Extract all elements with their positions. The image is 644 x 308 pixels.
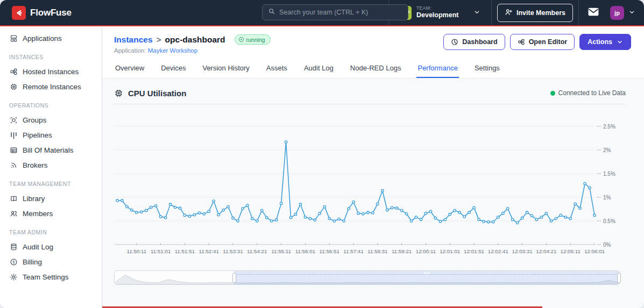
- sidebar-item-brokers[interactable]: Brokers: [0, 157, 102, 173]
- breadcrumb-separator: >: [157, 35, 161, 45]
- svg-text:11:56:01: 11:56:01: [295, 248, 315, 254]
- team-search[interactable]: [262, 4, 408, 20]
- sidebar: Applications INSTANCES Hosted Instances …: [0, 26, 102, 308]
- instance-tabs: Overview Devices Version History Assets …: [114, 61, 631, 78]
- svg-text:0.5%: 0.5%: [603, 218, 615, 224]
- sidebar-item-members[interactable]: Members: [0, 206, 102, 221]
- search-icon: [268, 8, 275, 17]
- open-editor-button[interactable]: Open Editor: [510, 34, 575, 50]
- sidebar-item-label: Members: [23, 210, 53, 218]
- database-icon: [9, 242, 18, 251]
- pipelines-icon: [9, 131, 18, 139]
- svg-text:1.5%: 1.5%: [603, 171, 615, 177]
- svg-text:0%: 0%: [603, 242, 611, 248]
- status-badge-label: running: [246, 37, 265, 43]
- applications-icon: [9, 34, 18, 42]
- navbar-divider: [491, 0, 492, 25]
- svg-text:11:54:21: 11:54:21: [247, 248, 267, 254]
- sidebar-item-bill-of-materials[interactable]: Bill Of Materials: [0, 142, 102, 157]
- navbar-divider: [578, 0, 579, 25]
- sidebar-section-team-management: TEAM MANAGEMENT: [0, 173, 102, 191]
- sidebar-item-groups[interactable]: Groups: [0, 112, 102, 127]
- status-badge: running: [235, 34, 271, 45]
- sidebar-item-remote-instances[interactable]: Remote Instances: [0, 79, 102, 94]
- brush-handle-right[interactable]: [617, 273, 621, 283]
- notifications-button[interactable]: [584, 7, 603, 18]
- tab-assets[interactable]: Assets: [265, 61, 288, 78]
- cpu-utilisation-chart[interactable]: 0%0.5%1%1.5%2%2.5%11:50:1111:51:0111:51:…: [114, 109, 625, 257]
- dollar-circle-icon: $: [9, 257, 18, 266]
- actions-button-label: Actions: [588, 38, 612, 46]
- chart-header: CPU Utilisation Connected to Live Data: [114, 85, 626, 101]
- person-plus-icon: [505, 8, 513, 18]
- user-chevron-down-icon: [628, 8, 635, 18]
- sidebar-item-pipelines[interactable]: Pipelines: [0, 127, 102, 142]
- sidebar-item-label: Hosted Instances: [23, 68, 79, 76]
- search-input[interactable]: [279, 9, 402, 16]
- gear-icon: [9, 273, 18, 281]
- sidebar-item-label: Billing: [23, 258, 42, 266]
- svg-text:12:06:01: 12:06:01: [584, 248, 605, 254]
- live-status: Connected to Live Data: [550, 89, 626, 97]
- dashboard-button[interactable]: Dashboard: [443, 34, 505, 50]
- top-navbar: FlowFuse TEAM: Development: [0, 0, 644, 25]
- sidebar-item-team-settings[interactable]: Team Settings: [0, 269, 102, 284]
- application-link[interactable]: Mayker Workshop: [148, 47, 197, 54]
- chevron-down-icon: [617, 39, 623, 45]
- table-icon: [9, 146, 18, 154]
- broadcast-icon: [9, 161, 18, 169]
- tab-settings[interactable]: Settings: [473, 61, 501, 78]
- sidebar-item-label: Remote Instances: [23, 83, 81, 91]
- svg-text:1%: 1%: [603, 195, 611, 200]
- sidebar-item-label: Bill Of Materials: [23, 146, 74, 154]
- tab-overview[interactable]: Overview: [114, 61, 145, 78]
- time-range-brush[interactable]: [114, 270, 620, 285]
- user-menu[interactable]: jp: [610, 6, 635, 20]
- live-status-label: Connected to Live Data: [558, 89, 626, 97]
- svg-text:11:53:31: 11:53:31: [223, 248, 243, 254]
- sidebar-item-library[interactable]: Library: [0, 191, 102, 206]
- sidebar-item-applications[interactable]: Applications: [0, 31, 102, 46]
- team-chevron-down-icon: [473, 8, 480, 18]
- svg-text:12:04:21: 12:04:21: [536, 248, 556, 254]
- svg-text:$: $: [12, 260, 15, 264]
- tab-version-history[interactable]: Version History: [201, 61, 250, 78]
- invite-members-label: Invite Members: [516, 9, 565, 17]
- brush-selection[interactable]: [234, 271, 619, 284]
- live-dot-icon: [550, 91, 555, 96]
- svg-text:11:51:51: 11:51:51: [175, 248, 195, 254]
- tab-node-red-logs[interactable]: Node-RED Logs: [349, 61, 402, 78]
- group-brackets-icon: [9, 116, 18, 124]
- app-window: FlowFuse TEAM: Development: [0, 0, 644, 308]
- svg-text:12:00:11: 12:00:11: [416, 248, 436, 254]
- svg-text:12:02:41: 12:02:41: [488, 248, 508, 254]
- sidebar-item-label: Library: [23, 195, 45, 203]
- invite-members-button[interactable]: Invite Members: [497, 4, 573, 22]
- brush-handle-left[interactable]: [232, 273, 236, 283]
- svg-text:11:58:31: 11:58:31: [367, 248, 387, 254]
- application-label: Application:: [114, 47, 146, 54]
- flowfuse-logo[interactable]: FlowFuse: [12, 6, 72, 20]
- open-editor-button-label: Open Editor: [529, 38, 568, 46]
- sidebar-item-label: Team Settings: [23, 273, 69, 281]
- svg-text:12:05:11: 12:05:11: [560, 248, 580, 254]
- sidebar-item-audit-log[interactable]: Audit Log: [0, 239, 102, 254]
- tab-performance[interactable]: Performance: [416, 61, 458, 78]
- team-name: Development: [416, 11, 459, 19]
- sidebar-item-hosted-instances[interactable]: Hosted Instances: [0, 64, 102, 79]
- svg-text:11:55:11: 11:55:11: [271, 248, 291, 254]
- sidebar-section-instances: INSTANCES: [0, 46, 102, 64]
- dashboard-button-label: Dashboard: [462, 38, 497, 46]
- instance-name: opc-dashboard: [165, 35, 225, 45]
- sidebar-section-team-admin: TEAM ADMIN: [0, 221, 102, 239]
- sidebar-item-billing[interactable]: $ Billing: [0, 254, 102, 269]
- svg-text:12:03:31: 12:03:31: [512, 248, 533, 254]
- svg-text:11:59:21: 11:59:21: [392, 248, 412, 254]
- brush-grip-icon[interactable]: [424, 272, 429, 274]
- tab-devices[interactable]: Devices: [160, 61, 187, 78]
- tab-audit-log[interactable]: Audit Log: [303, 61, 335, 78]
- chart-title: CPU Utilisation: [114, 89, 186, 98]
- svg-text:2%: 2%: [603, 147, 611, 153]
- breadcrumb-instances-link[interactable]: Instances: [114, 35, 153, 45]
- actions-button[interactable]: Actions: [579, 34, 631, 50]
